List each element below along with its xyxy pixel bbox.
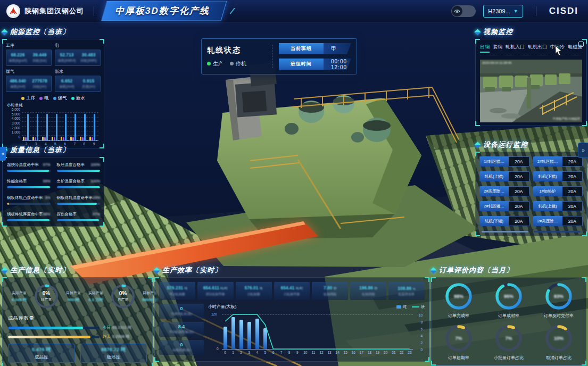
energy-value: 277578 — [29, 78, 50, 84]
legend-item: 电 — [39, 95, 49, 102]
order-donut: 83%订单及时交付率 — [535, 282, 583, 319]
quality-metric-value: 100% — [90, 179, 100, 183]
series-bar — [80, 137, 81, 140]
donut-ring: 95% — [494, 282, 523, 311]
video-camera-tabs: 出钢装钢轧机入口轧机出口中间冷电磁搅 — [480, 44, 582, 55]
equipment-scrollbar[interactable] — [479, 231, 583, 232]
x-tick-label: 20 — [384, 351, 387, 354]
series-bar — [63, 137, 64, 140]
video-tab-1[interactable]: 出钢 — [480, 44, 490, 52]
equipment-cell: 轧机(下辊)20A — [533, 171, 583, 181]
y-axis-max-label: 120 — [211, 312, 217, 316]
video-tab-4[interactable]: 轧机出口 — [528, 44, 547, 52]
x-tick-label: 15 — [344, 351, 347, 354]
orders-content: 98%订单完成率95%订单成材率83%订单及时交付率7%订单超期率7%小批量订单… — [431, 277, 586, 365]
equipment-cell: 1#加热炉20A — [533, 186, 583, 196]
company-name: 陕钢集团汉钢公司 — [24, 6, 84, 16]
equipment-cell: 轧机(上辊)20A — [479, 171, 529, 181]
x-tick-label: 9 — [296, 351, 299, 354]
progress-fill — [57, 219, 99, 221]
equipment-content: 1#轧区辊…20A2#轧区辊…20A轧机(上辊)20A轧机(下辊)20A2#高压… — [475, 152, 587, 236]
chevron-down-icon: ▼ — [514, 9, 518, 14]
order-donut: 7%小批量订单占比 — [485, 324, 533, 361]
series-bar — [77, 140, 78, 141]
equipment-name: 1#轧区辊… — [479, 156, 509, 167]
inventory-label: 成品库数量 — [8, 315, 147, 322]
quality-metric: 性能合格率99% — [7, 179, 51, 188]
corner-bracket — [148, 363, 153, 366]
energy-metric: 6.652单耗(m³/t) — [56, 78, 77, 89]
video-tab-2[interactable]: 装钢 — [493, 44, 502, 52]
quality-metrics: 超快冷温度命中率97%板坯温度合格率100%性能合格率99%出炉温度合格率100… — [7, 162, 100, 221]
quality-metric-label: 钢板终轧厚度命中率 — [7, 212, 43, 217]
quality-metric-value: 3% — [45, 196, 50, 199]
left-panel-collapse-tab[interactable]: « — [0, 147, 6, 161]
y-tick-label: 4,000 — [12, 117, 20, 120]
equipment-name: 轧机(下辊) — [533, 171, 562, 181]
legend-label: 新水 — [76, 95, 85, 102]
dashboard-stage: 陕钢集团汉钢公司 中厚板3D数字化产线 ∕∕ H2309... ▼ CISDI — [0, 0, 588, 366]
series-bar — [46, 114, 48, 140]
energy-group-name: 电 — [55, 43, 101, 48]
energy-bars — [22, 113, 98, 140]
quality-metric-value: 99% — [43, 179, 51, 183]
series-bar — [32, 137, 34, 140]
equipment-cell: 2#高压除…20A — [479, 186, 529, 196]
panel-video-monitor: 视频监控 出钢装钢轧机入口轧机出口中间冷电磁搅 — [475, 27, 587, 126]
donut-ring: 7% — [494, 324, 523, 353]
progress-fill — [7, 186, 50, 188]
expand-icon[interactable] — [578, 41, 584, 47]
video-tab-5[interactable]: 中间冷 — [550, 44, 565, 52]
hourly-output-chart: 小时产量(大板) 吨 块 120 0 012345678910111213141… — [208, 304, 425, 357]
donut-value: 7% — [494, 324, 523, 353]
video-tab-3[interactable]: 轧机入口 — [506, 44, 525, 52]
series-bar — [39, 140, 40, 141]
x-tick-label: 4 — [256, 351, 259, 354]
inventory-bar-today: 今日63.2311 吨 — [8, 325, 147, 330]
quality-metric: 钢板终轧温度命中率93% — [57, 195, 101, 205]
corner-bracket — [431, 361, 436, 365]
energy-unit-label: 单耗(m³/t) — [56, 85, 77, 89]
right-panel-collapse-tab[interactable]: » — [578, 143, 588, 158]
series-bar — [23, 137, 24, 140]
flame-logo-icon — [8, 6, 19, 16]
legend-item: 新水 — [71, 95, 85, 102]
series-bar — [70, 137, 72, 140]
energy-metric: 68.226单耗(kgce/t) — [7, 52, 28, 63]
visibility-toggle[interactable] — [451, 5, 476, 17]
stat-value: 7.80 秒 — [324, 285, 337, 291]
panel-production-info: 生产信息〔实时〕 实际产量 6.045 吨 0%日产量 — [2, 265, 153, 366]
series-bar — [67, 140, 69, 141]
side-stat-card: 0当班待轧坯(块) — [159, 304, 204, 319]
panel-diamond-icon — [153, 267, 160, 274]
equipment-cell: 2#高压除…20A — [533, 216, 583, 226]
series-bar — [74, 114, 76, 140]
donut-ring: 83% — [544, 282, 573, 311]
x-tick-label: 12 — [319, 351, 323, 354]
current-shift-label: 当前班组 — [279, 43, 324, 54]
series-bar — [35, 137, 36, 140]
line-selector-dropdown[interactable]: H2309... ▼ — [483, 5, 523, 18]
x-tick-label: 1 — [232, 351, 234, 354]
energy-metric: 39.449回收(tce) — [29, 52, 50, 63]
series-bar — [58, 140, 60, 141]
legend-label: 煤气 — [58, 95, 67, 102]
efficiency-stat-card: 579.231 吨班次轧制量 — [159, 282, 195, 300]
corner-bracket — [154, 277, 159, 282]
video-feed[interactable]: 2023-09-14 11:28:46 中厚板产线-出钢监控 — [480, 60, 582, 122]
quality-metric-label: 超快冷温度命中率 — [7, 162, 39, 168]
progress-fill — [7, 219, 49, 221]
bar-cluster — [70, 114, 78, 140]
header-divider — [94, 6, 94, 16]
panel-quality-info: 质量信息〔当班〕 超快冷温度命中率97%板坯温度合格率100%性能合格率99%出… — [2, 145, 104, 227]
side-stat-value: 0 — [180, 342, 183, 347]
series-bar — [89, 137, 91, 140]
series-bar — [25, 137, 27, 140]
series-bar — [37, 114, 38, 140]
header-divider-right — [536, 6, 536, 16]
equipment-name: 2#轧区辊… — [479, 201, 509, 211]
efficiency-content: 579.231 吨班次轧制量654.611 吨/时班次轧制节奏576.01 吨日… — [154, 277, 429, 362]
energy-chart-label: 小时单耗 — [7, 103, 101, 108]
series-bar — [27, 114, 29, 140]
daily-output-ring: 0%日产量 — [33, 283, 60, 310]
